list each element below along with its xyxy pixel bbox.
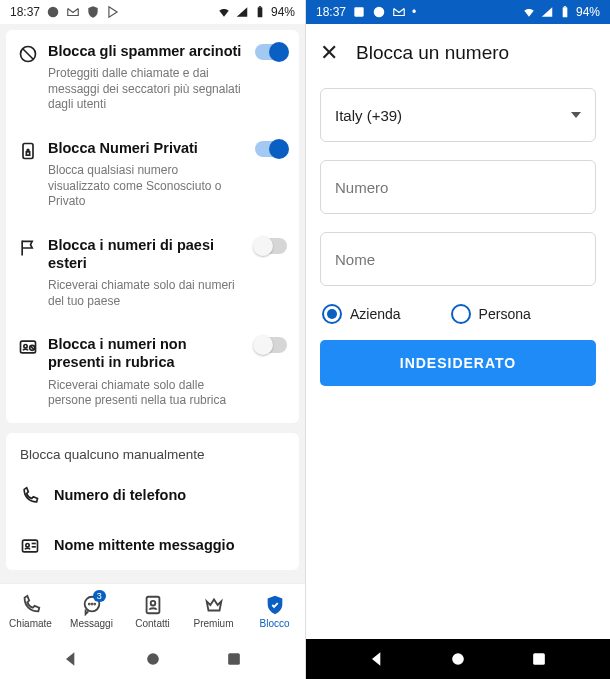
status-battery: 94% [576, 5, 600, 19]
battery-icon [253, 5, 267, 19]
battery-icon [558, 5, 572, 19]
svg-point-22 [147, 653, 159, 665]
svg-rect-1 [258, 7, 263, 17]
settings-card: Blocca gli spammer arcinoti Proteggiti d… [6, 30, 299, 423]
nav-label: Premium [193, 618, 233, 629]
sys-recent[interactable] [224, 649, 244, 669]
setting-desc: Blocca qualsiasi numero visualizzato com… [48, 163, 243, 210]
sender-icon [20, 534, 54, 556]
premium-icon [203, 594, 225, 616]
radio-person[interactable]: Persona [451, 304, 531, 324]
svg-point-19 [94, 604, 95, 605]
manual-block-phone[interactable]: Numero di telefono [6, 470, 299, 520]
setting-block-spammers[interactable]: Blocca gli spammer arcinoti Proteggiti d… [6, 30, 299, 127]
status-bar: 18:37 94% [0, 0, 305, 24]
svg-rect-8 [21, 341, 36, 353]
sys-back[interactable] [61, 649, 81, 669]
svg-line-11 [31, 346, 34, 349]
dialog-header: ✕ Blocca un numero [306, 24, 610, 82]
system-navigation [0, 639, 305, 679]
nav-calls[interactable]: Chiamate [0, 584, 61, 639]
svg-rect-26 [563, 7, 568, 17]
svg-point-18 [91, 604, 92, 605]
chevron-down-icon [571, 112, 581, 118]
country-select[interactable]: Italy (+39) [320, 88, 596, 142]
setting-title: Blocca Numeri Privati [48, 139, 243, 157]
more-icon: • [412, 5, 416, 19]
manual-block-header: Blocca qualcuno manualmente [6, 433, 299, 470]
shield-icon [86, 5, 100, 19]
number-placeholder: Numero [335, 179, 388, 196]
sys-home[interactable] [448, 649, 468, 669]
setting-block-not-in-contacts[interactable]: Blocca i numeri non presenti in rubrica … [6, 323, 299, 422]
setting-block-foreign[interactable]: Blocca i numeri di paesi esteri Ricevera… [6, 224, 299, 323]
contacts-icon [142, 594, 164, 616]
signal-icon [235, 5, 249, 19]
svg-point-17 [88, 604, 89, 605]
signal-icon [540, 5, 554, 19]
toggle-spammers[interactable] [255, 44, 287, 60]
radio-unchecked-icon [451, 304, 471, 324]
setting-desc: Proteggiti dalle chiamate e dai messaggi… [48, 66, 243, 113]
svg-point-21 [150, 601, 155, 606]
close-button[interactable]: ✕ [320, 40, 338, 66]
svg-point-9 [24, 345, 27, 348]
toggle-private[interactable] [255, 141, 287, 157]
svg-rect-2 [259, 6, 261, 7]
system-navigation [306, 639, 610, 679]
toggle-foreign[interactable] [255, 238, 287, 254]
chat-icon [46, 5, 60, 19]
manual-block-sender[interactable]: Nome mittente messaggio [6, 520, 299, 570]
manual-item-label: Nome mittente messaggio [54, 537, 235, 553]
nav-premium[interactable]: Premium [183, 584, 244, 639]
block-icon [18, 42, 48, 64]
messages-badge: 3 [93, 590, 106, 602]
unwanted-button[interactable]: INDESIDERATO [320, 340, 596, 386]
name-input[interactable]: Nome [320, 232, 596, 286]
block-number-screen: 18:37 • 94% ✕ Blocca un numero Italy (+3… [305, 0, 610, 679]
nav-label: Chiamate [9, 618, 52, 629]
calls-icon [20, 594, 42, 616]
contact-block-icon [18, 335, 48, 357]
radio-company[interactable]: Azienda [322, 304, 401, 324]
setting-title: Blocca gli spammer arcinoti [48, 42, 243, 60]
svg-point-13 [26, 543, 29, 546]
block-settings-screen: 18:37 94% Blocca gli spammer arcinoti Pr… [0, 0, 305, 679]
button-label: INDESIDERATO [400, 355, 517, 371]
svg-rect-24 [354, 7, 363, 16]
image-icon [352, 5, 366, 19]
dialog-title: Blocca un numero [356, 42, 509, 64]
number-input[interactable]: Numero [320, 160, 596, 214]
play-icon [106, 5, 120, 19]
sys-recent[interactable] [529, 649, 549, 669]
nav-contacts[interactable]: Contatti [122, 584, 183, 639]
nav-messages[interactable]: 3 Messaggi [61, 584, 122, 639]
chat-icon [372, 5, 386, 19]
status-time: 18:37 [10, 5, 40, 19]
nav-label: Contatti [135, 618, 169, 629]
country-value: Italy (+39) [335, 107, 402, 124]
sys-home[interactable] [143, 649, 163, 669]
svg-rect-27 [564, 6, 566, 7]
manual-item-label: Numero di telefono [54, 487, 186, 503]
block-shield-icon [264, 594, 286, 616]
sys-back[interactable] [367, 649, 387, 669]
svg-rect-23 [228, 653, 240, 665]
nav-block[interactable]: Blocco [244, 584, 305, 639]
svg-line-4 [23, 49, 33, 59]
status-time: 18:37 [316, 5, 346, 19]
svg-point-25 [374, 7, 385, 18]
settings-body: Blocca gli spammer arcinoti Proteggiti d… [0, 24, 305, 583]
setting-desc: Riceverai chiamate solo dai numeri del t… [48, 278, 243, 309]
svg-rect-29 [533, 653, 545, 665]
wifi-icon [217, 5, 231, 19]
setting-block-private[interactable]: Blocca Numeri Privati Blocca qualsiasi n… [6, 127, 299, 224]
nav-label: Messaggi [70, 618, 113, 629]
bottom-navigation: Chiamate 3 Messaggi Contatti Premium Blo… [0, 583, 305, 639]
setting-title: Blocca i numeri di paesi esteri [48, 236, 243, 272]
spacer [306, 392, 610, 639]
gmail-icon [66, 5, 80, 19]
toggle-contacts[interactable] [255, 337, 287, 353]
gmail-icon [392, 5, 406, 19]
radio-checked-icon [322, 304, 342, 324]
